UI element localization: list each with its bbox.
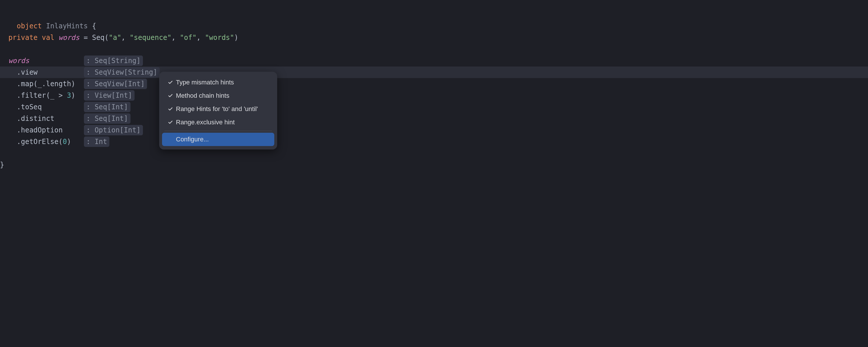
check-icon [167,93,174,98]
equals: = [84,34,88,42]
identifier-words: words [58,34,79,42]
method-map: .map(_.length) [17,80,75,88]
code-line: .headOption : Option[Int] [0,124,868,136]
method-distinct: .distinct [17,115,54,123]
inlay-hint[interactable]: : SeqView[Int] [84,78,147,89]
menu-item-range-hints[interactable]: Range Hints for 'to' and 'until' [162,102,274,116]
brace-close: } [0,161,4,169]
inlay-hint[interactable]: : SeqView[String] [84,67,160,77]
string-literal: "words" [205,34,234,42]
inlay-hint[interactable]: : Seq[String] [84,56,143,66]
menu-item-configure[interactable]: Configure... [162,133,274,146]
check-icon [167,106,174,112]
code-line: .map(_.length) : SeqView[Int] [0,78,868,90]
string-literal: "sequence" [130,34,172,42]
menu-item-label: Type mismatch hints [176,78,270,86]
inlay-hint[interactable]: : View[Int] [84,90,134,101]
code-line: object InlayHints { [0,9,868,20]
check-icon [167,80,174,85]
keyword-val: val [42,34,54,42]
code-line: .getOrElse(0) : Int [0,136,868,148]
menu-item-method-chain-hints[interactable]: Method chain hints [162,89,274,102]
comma: , [121,34,125,42]
menu-item-range-exclusive-hint[interactable]: Range.exclusive hint [162,116,274,129]
menu-separator [164,131,272,131]
method-headoption: .headOption [17,126,63,134]
hints-context-menu[interactable]: Type mismatch hints Method chain hints R… [159,72,277,150]
code-line-blank [0,43,868,55]
inlay-hint[interactable]: : Int [84,136,110,147]
method-filter: .filter(_ > [17,91,67,99]
identifier-words: words [8,57,29,65]
inlay-hint[interactable]: : Option[Int] [84,125,143,135]
menu-item-label: Range Hints for 'to' and 'until' [176,105,270,113]
check-icon [167,120,174,125]
string-literal: "of" [180,34,196,42]
code-line-blank [0,20,868,32]
inlay-hint[interactable]: : Seq[Int] [84,113,130,124]
number-literal: 0 [63,138,67,146]
keyword-private: private [8,34,38,42]
string-literal: "a" [109,34,121,42]
menu-item-label: Configure... [176,136,270,143]
code-line: .toSeq : Seq[Int] [0,101,868,113]
method-view: .view [17,68,38,76]
code-line: .filter(_ > 3) : View[Int] [0,90,868,101]
paren-close: ) [67,138,71,146]
code-line-current: .view : SeqView[String] [0,66,868,78]
menu-item-type-mismatch-hints[interactable]: Type mismatch hints [162,76,274,89]
code-line: private val words = Seq("a", "sequence",… [0,32,868,43]
code-line: .distinct : Seq[Int] [0,113,868,124]
method-toseq: .toSeq [17,103,42,111]
number-literal: 3 [67,91,71,99]
comma: , [172,34,176,42]
comma: , [196,34,200,42]
code-line: words : Seq[String] [0,55,868,66]
menu-item-label: Range.exclusive hint [176,119,270,126]
paren-open: ( [104,34,108,42]
paren-close: ) [71,91,75,99]
method-getorelse: .getOrElse( [17,138,63,146]
code-editor[interactable]: object InlayHints { private val words = … [0,0,868,170]
paren-close: ) [234,34,238,42]
menu-item-label: Method chain hints [176,92,270,99]
call-seq: Seq [92,34,104,42]
code-line: } [0,159,868,170]
code-line-blank [0,148,868,159]
inlay-hint[interactable]: : Seq[Int] [84,102,130,112]
